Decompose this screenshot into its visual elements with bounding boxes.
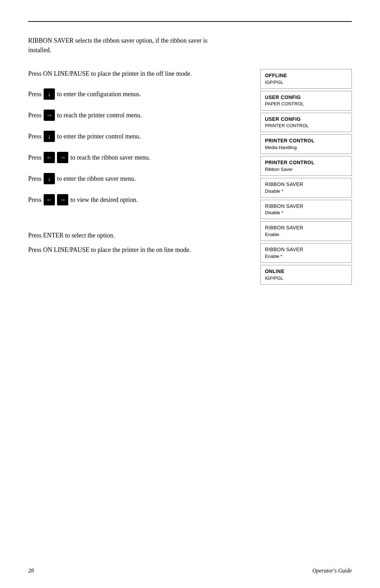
display-box-2-line2: PAPER CONTROL [265, 101, 347, 107]
step-2: Press ↓ to enter the configuration menus… [28, 88, 250, 100]
display-box-5-line1: PRINTER CONTROL [265, 159, 347, 166]
display-box-1-line2: IGP/PGL [265, 79, 347, 86]
down-arrow-icon-1: ↓ [44, 88, 55, 100]
step-6: Press ↓ to enter the ribbon saver menu. [28, 173, 250, 184]
display-box-9-line2: Enable * [265, 253, 347, 260]
display-box-8-line2: Enable [265, 231, 347, 238]
step-6-inline: Press ↓ to enter the ribbon saver menu. [28, 173, 250, 184]
left-column: Press ON LINE/PAUSE to place the printer… [28, 69, 260, 260]
display-box-9: Ribbon Saver Enable * [260, 243, 352, 263]
display-box-5-line2: Ribbon Saver [265, 166, 347, 173]
right-arrow-icon-2: → [57, 152, 68, 163]
step-5-text: to reach the ribbon saver menu. [70, 153, 150, 163]
footer-page-number: 28 [28, 568, 34, 574]
step-5-press: Press [28, 153, 42, 163]
step-4-press: Press [28, 131, 42, 142]
display-box-3: USER CONFIG PRINTER CONTROL [260, 113, 352, 132]
display-box-2: USER CONFIG PAPER CONTROL [260, 91, 352, 111]
display-box-5: PRINTER CONTROL Ribbon Saver [260, 156, 352, 176]
display-box-6-line1: Ribbon Saver [265, 181, 347, 188]
intro-text: RIBBON SAVER selects the ribbon saver op… [28, 36, 211, 55]
down-arrow-icon-3: ↓ [44, 173, 55, 184]
top-rule [28, 21, 352, 22]
display-box-8: Ribbon Saver Enable [260, 221, 352, 241]
right-arrow-icon-3: → [57, 194, 68, 205]
display-box-9-line1: Ribbon Saver [265, 246, 347, 253]
footer-guide-label: Operator's Guide [312, 568, 352, 574]
display-box-7-line2: Disable * [265, 210, 347, 216]
step-4: Press ↓ to enter the printer control men… [28, 131, 250, 142]
display-box-7-line1: Ribbon Saver [265, 203, 347, 210]
display-box-6-line2: Disable * [265, 188, 347, 194]
display-box-10: ONLINE IGP/PGL [260, 265, 352, 285]
step-7-text: to view the desired option. [70, 195, 138, 205]
display-box-1: OFFLINE IGP/PGL [260, 69, 352, 89]
step-2-text: to enter the configuration menus. [57, 89, 141, 99]
display-box-4: PRINTER CONTROL Media Handling [260, 134, 352, 154]
bottom-section: Press ENTER to select the option. Press … [28, 231, 250, 255]
step-4-inline: Press ↓ to enter the printer control men… [28, 131, 250, 142]
display-box-7: Ribbon Saver Disable * [260, 200, 352, 219]
display-box-10-line1: ONLINE [265, 268, 347, 275]
display-box-4-line1: PRINTER CONTROL [265, 137, 347, 144]
step-7: Press ← → to view the desired option. [28, 194, 250, 205]
right-column: OFFLINE IGP/PGL USER CONFIG PAPER CONTRO… [260, 69, 352, 285]
display-box-3-line1: USER CONFIG [265, 116, 347, 123]
display-box-10-line2: IGP/PGL [265, 275, 347, 281]
page-container: RIBBON SAVER selects the ribbon saver op… [0, 0, 380, 588]
display-box-1-line1: OFFLINE [265, 72, 347, 79]
step-2-inline: Press ↓ to enter the configuration menus… [28, 88, 250, 100]
left-arrow-icon-2: ← [44, 194, 55, 205]
step-5: Press ← → to reach the ribbon saver menu… [28, 152, 250, 163]
step-1: Press ON LINE/PAUSE to place the printer… [28, 69, 250, 79]
display-box-8-line1: Ribbon Saver [265, 224, 347, 231]
left-arrow-icon-1: ← [44, 152, 55, 163]
down-arrow-icon-2: ↓ [44, 131, 55, 142]
display-box-2-line1: USER CONFIG [265, 94, 347, 101]
step-6-press: Press [28, 174, 42, 184]
step-2-press: Press [28, 89, 42, 99]
footer: 28 Operator's Guide [28, 568, 352, 574]
step-7-inline: Press ← → to view the desired option. [28, 194, 250, 205]
step-6-text: to enter the ribbon saver menu. [57, 174, 136, 184]
step-7-press: Press [28, 195, 42, 205]
display-box-4-line2: Media Handling [265, 144, 347, 151]
content-area: Press ON LINE/PAUSE to place the printer… [28, 69, 352, 285]
step-3-inline: Press → to reach the printer control men… [28, 110, 250, 121]
bottom-step-2: Press ON LINE/PAUSE to place the printer… [28, 245, 211, 255]
right-arrow-icon-1: → [44, 110, 55, 121]
step-1-text: Press ON LINE/PAUSE to place the printer… [28, 70, 192, 77]
bottom-step-1: Press ENTER to select the option. [28, 231, 211, 240]
step-3-text: to reach the printer control menu. [57, 110, 142, 120]
display-box-3-line2: PRINTER CONTROL [265, 123, 347, 129]
display-box-6: Ribbon Saver Disable * [260, 178, 352, 198]
step-5-inline: Press ← → to reach the ribbon saver menu… [28, 152, 250, 163]
step-4-text: to enter the printer control menu. [57, 131, 141, 142]
step-3: Press → to reach the printer control men… [28, 110, 250, 121]
step-3-press: Press [28, 110, 42, 120]
